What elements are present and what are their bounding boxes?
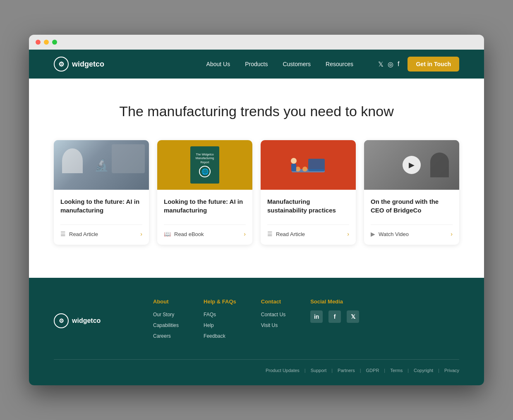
browser-chrome: [29, 35, 484, 50]
card-1-body: Looking to the future: AI in manufacturi…: [54, 190, 149, 245]
instagram-icon[interactable]: ◎: [388, 60, 393, 68]
card-4-title: On the ground with the CEO of BridgeCo: [371, 197, 453, 215]
facebook-icon[interactable]: f: [398, 60, 399, 68]
card-2-arrow: ›: [244, 231, 246, 237]
card-1-title: Looking to the future: AI in manufacturi…: [60, 197, 142, 215]
footer-visit-us[interactable]: Visit Us: [261, 321, 285, 329]
footer-contact-heading: Contact: [261, 298, 285, 305]
logo-text: widgetco: [72, 60, 104, 69]
maximize-dot[interactable]: [52, 40, 57, 45]
nav-item-customers[interactable]: Customers: [283, 60, 311, 68]
card-3-image: [261, 140, 356, 190]
sustainability-article-icon: ☰: [267, 231, 273, 237]
card-3-action-label: Read Article: [276, 231, 344, 237]
navbar: ⚙ widgetco About Us Products Customers R…: [29, 50, 484, 79]
footer-col-help: Help & FAQs FAQs Help Feedback: [204, 298, 236, 343]
footer-faqs[interactable]: FAQs: [204, 310, 236, 318]
card-2-action-label: Read eBook: [174, 231, 240, 237]
card-1-action-label: Read Article: [69, 231, 137, 237]
book-title-text: The Widgetco Manufacturing Report: [193, 153, 217, 164]
card-2-action[interactable]: 📖 Read eBook ›: [164, 224, 246, 237]
footer-support[interactable]: Support: [311, 368, 327, 373]
card-2-body: Looking to the future: AI in manufacturi…: [157, 190, 252, 245]
footer: ⚙ widgetco About Our Story Capabilities …: [29, 278, 484, 385]
card-video: ▶ On the ground with the CEO of BridgeCo…: [364, 140, 459, 245]
nav-links: About Us Products Customers Resources: [206, 60, 353, 68]
logo-icon: ⚙: [54, 57, 69, 72]
svg-point-4: [291, 158, 297, 164]
card-4-image: ▶: [364, 140, 459, 190]
footer-logo[interactable]: ⚙ widgetco: [54, 298, 112, 343]
play-button-icon[interactable]: ▶: [403, 156, 421, 174]
globe-icon: 🌐: [199, 166, 211, 177]
card-4-action-label: Watch Video: [379, 231, 447, 237]
footer-col-about: About Our Story Capabilities Careers: [153, 298, 179, 343]
main-content: The manufacturing trends you need to kno…: [29, 79, 484, 278]
browser-window: ⚙ widgetco About Us Products Customers R…: [29, 35, 484, 385]
card-4-arrow: ›: [451, 231, 453, 237]
twitter-footer-icon[interactable]: 𝕏: [347, 310, 359, 323]
ebook-icon: 📖: [164, 231, 171, 237]
card-2-title: Looking to the future: AI in manufacturi…: [164, 197, 246, 215]
footer-social-icons: in f 𝕏: [310, 310, 359, 323]
footer-contact-us[interactable]: Contact Us: [261, 310, 285, 318]
card-2-image: The Widgetco Manufacturing Report 🌐: [157, 140, 252, 190]
card-3-body: Manufacturing sustainability practices ☰…: [261, 190, 356, 245]
footer-social-heading: Social Media: [310, 298, 359, 305]
linkedin-icon[interactable]: in: [310, 310, 323, 323]
footer-bottom: Product Updates | Support | Partners | G…: [54, 359, 459, 373]
nav-item-resources[interactable]: Resources: [326, 60, 353, 68]
footer-our-story[interactable]: Our Story: [153, 310, 179, 318]
footer-gdpr[interactable]: GDPR: [366, 368, 379, 373]
get-in-touch-button[interactable]: Get in Touch: [408, 57, 459, 72]
card-ai-article: 🔬 Looking to the future: AI in manufactu…: [54, 140, 149, 245]
footer-top: ⚙ widgetco About Our Story Capabilities …: [54, 298, 459, 343]
twitter-icon[interactable]: 𝕏: [378, 60, 384, 68]
footer-careers[interactable]: Careers: [153, 332, 179, 339]
nav-social: 𝕏 ◎ f: [378, 60, 399, 68]
footer-feedback[interactable]: Feedback: [204, 332, 236, 339]
footer-logo-text: widgetco: [72, 317, 101, 325]
footer-privacy[interactable]: Privacy: [444, 368, 459, 373]
book-cover: The Widgetco Manufacturing Report 🌐: [190, 146, 219, 184]
card-4-body: On the ground with the CEO of BridgeCo ▶…: [364, 190, 459, 245]
video-icon: ▶: [371, 231, 375, 237]
close-dot[interactable]: [36, 40, 41, 45]
footer-col-social: Social Media in f 𝕏: [310, 298, 359, 343]
svg-rect-1: [308, 159, 325, 171]
facebook-footer-icon[interactable]: f: [328, 310, 341, 323]
footer-logo-icon: ⚙: [54, 313, 69, 328]
card-1-image: 🔬: [54, 140, 149, 190]
card-3-title: Manufacturing sustainability practices: [267, 197, 349, 215]
footer-help-heading: Help & FAQs: [204, 298, 236, 305]
svg-rect-5: [291, 164, 296, 171]
card-ebook: The Widgetco Manufacturing Report 🌐 Look…: [157, 140, 252, 245]
nav-item-products[interactable]: Products: [245, 60, 268, 68]
footer-about-heading: About: [153, 298, 179, 305]
cards-grid: 🔬 Looking to the future: AI in manufactu…: [54, 140, 459, 245]
article-icon: ☰: [60, 231, 66, 237]
footer-terms[interactable]: Terms: [390, 368, 403, 373]
footer-help[interactable]: Help: [204, 321, 236, 329]
footer-capabilities[interactable]: Capabilities: [153, 321, 179, 329]
logo[interactable]: ⚙ widgetco: [54, 57, 104, 72]
footer-col-contact: Contact Contact Us Visit Us: [261, 298, 285, 343]
card-3-arrow: ›: [347, 231, 349, 237]
page-title: The manufacturing trends you need to kno…: [54, 103, 459, 119]
card-1-action[interactable]: ☰ Read Article ›: [60, 224, 142, 237]
minimize-dot[interactable]: [44, 40, 49, 45]
card-4-action[interactable]: ▶ Watch Video ›: [371, 224, 453, 237]
card-sustainability: Manufacturing sustainability practices ☰…: [261, 140, 356, 245]
footer-product-updates[interactable]: Product Updates: [266, 368, 300, 373]
nav-item-about[interactable]: About Us: [206, 60, 230, 68]
card-3-action[interactable]: ☰ Read Article ›: [267, 224, 349, 237]
svg-point-3: [302, 167, 307, 172]
card-1-arrow: ›: [140, 231, 142, 237]
footer-partners[interactable]: Partners: [338, 368, 355, 373]
footer-copyright[interactable]: Copyright: [414, 368, 433, 373]
factory-illustration: [283, 148, 333, 181]
